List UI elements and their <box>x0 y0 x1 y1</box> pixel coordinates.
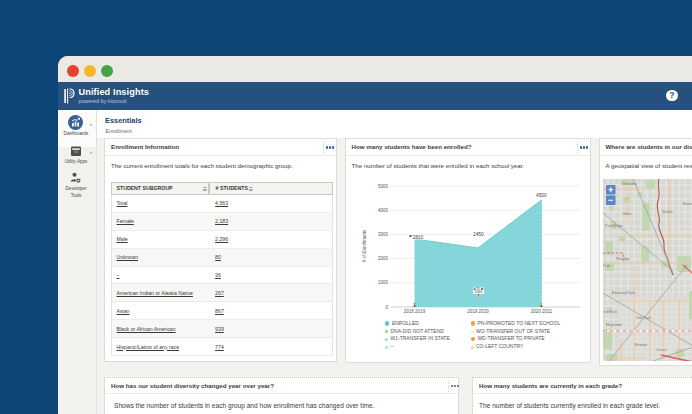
svg-text:Evans: Evans <box>683 202 692 206</box>
svg-text:Skokie: Skokie <box>662 210 673 214</box>
svg-text:Cicero: Cicero <box>656 348 666 352</box>
svg-text:3000: 3000 <box>377 232 388 237</box>
svg-text:2018 2019: 2018 2019 <box>403 309 425 314</box>
svg-text:2810: 2810 <box>412 235 423 240</box>
svg-text:Glenview: Glenview <box>622 182 637 186</box>
svg-text:# of Enrollments: # of Enrollments <box>361 229 366 262</box>
svg-text:2000: 2000 <box>377 256 388 261</box>
svg-text:0: 0 <box>385 305 388 310</box>
svg-text:Elmwood Park: Elmwood Park <box>612 291 635 295</box>
svg-text:2019 2020: 2019 2020 <box>467 309 489 314</box>
svg-text:Berwyn: Berwyn <box>635 343 647 347</box>
svg-text:Norridge: Norridge <box>616 257 630 261</box>
svg-text:Park: Park <box>603 264 611 268</box>
svg-text:2450: 2450 <box>473 232 484 237</box>
svg-text:4000: 4000 <box>377 208 388 213</box>
svg-text:Maywood: Maywood <box>606 323 621 327</box>
svg-text:Oak Park: Oak Park <box>636 316 651 320</box>
svg-text:5000: 5000 <box>377 184 388 189</box>
svg-text:ese Park: ese Park <box>603 310 617 314</box>
svg-text:4500: 4500 <box>536 193 547 198</box>
svg-text:Park Ridge: Park Ridge <box>605 224 623 228</box>
svg-text:2020 2021: 2020 2021 <box>530 309 552 314</box>
svg-text:1000: 1000 <box>377 280 388 285</box>
svg-text:Niles: Niles <box>623 212 631 216</box>
